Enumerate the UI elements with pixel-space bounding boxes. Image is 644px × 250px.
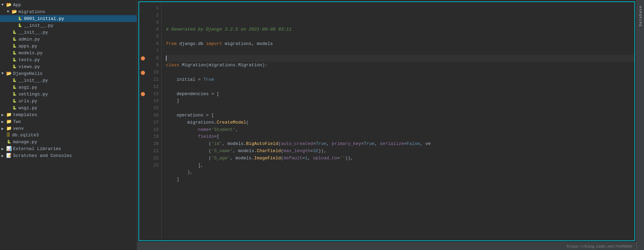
gutter-line-16: [139, 112, 147, 119]
sidebar-item-migrations-folder[interactable]: 📂migrations: [0, 8, 137, 15]
code-content[interactable]: # Generated by Django 3.2.5 on 2021-08-0…: [162, 2, 634, 240]
code-line-7: [166, 69, 634, 76]
sidebar-item-init-py[interactable]: 🐍__init__.py: [0, 29, 137, 36]
sidebar-item-views-py[interactable]: 🐍views.py: [0, 63, 137, 70]
gutter-line-9: [139, 62, 147, 69]
sidebar-item-urls-py[interactable]: 🐍urls.py: [0, 98, 137, 104]
line-number-18: 18: [149, 126, 159, 134]
code-line-5: [166, 55, 634, 62]
code-line-1: # Generated by Django 3.2.5 on 2021-08-0…: [166, 26, 634, 33]
gutter-line-18: [139, 126, 147, 134]
line-number-19: 19: [149, 133, 159, 140]
tree-item-label: migrations: [19, 9, 45, 14]
arrow-closed[interactable]: [1, 113, 6, 117]
arrow-closed[interactable]: [1, 120, 6, 124]
line-number-9: 9: [149, 62, 159, 69]
code-line-9: [166, 83, 634, 91]
breakpoint-gutter: [139, 2, 147, 240]
code-line-20: ],: [166, 162, 634, 169]
tree-item-label: Scratches and Consoles: [13, 153, 72, 158]
arrow-open[interactable]: [7, 10, 12, 14]
code-editor[interactable]: 1234567891011121314151617181920212223 # …: [138, 1, 635, 241]
sidebar-item-apps-py[interactable]: 🐍apps.py: [0, 43, 137, 49]
code-line-4: [166, 48, 634, 55]
code-line-18: ('S_name', models.CharField(max_length=3…: [166, 148, 634, 155]
gutter-line-15: [139, 105, 147, 112]
right-panel: Database: [636, 0, 644, 250]
line-number-1: 1: [149, 5, 159, 12]
tree-item-label: apps.py: [19, 44, 37, 49]
tree-item-label: __init__.py: [19, 78, 48, 83]
gutter-line-6: [139, 41, 147, 48]
code-line-22: ]: [166, 176, 634, 183]
line-number-16: 16: [149, 112, 159, 119]
arrow-closed[interactable]: [1, 126, 6, 131]
sidebar-item-two-folder[interactable]: 📁Two: [0, 118, 137, 125]
code-line-10: dependencies = [: [166, 91, 634, 98]
tree-item-label: wsgi.py: [19, 105, 37, 111]
gutter-line-12: [139, 83, 147, 91]
line-number-20: 20: [149, 140, 159, 148]
sidebar-item-templates-folder[interactable]: 📁templates: [0, 111, 137, 118]
code-line-2: [166, 33, 634, 41]
sidebar-item-wsgi-py[interactable]: 🐍wsgi.py: [0, 104, 137, 111]
gutter-line-14: [139, 98, 147, 105]
arrow-open[interactable]: [1, 71, 6, 76]
tree-item-label: 0001_initial.py: [24, 16, 64, 21]
code-line-12: [166, 105, 634, 112]
line-number-6: 6: [149, 41, 159, 48]
arrow-closed[interactable]: [1, 147, 6, 151]
gutter-line-23: [139, 162, 147, 169]
file-tree: 📂App📂migrations🐍0001_initial.py🐍__init__…: [0, 0, 137, 250]
sidebar-item-venv-folder[interactable]: 📁venv: [0, 125, 137, 132]
tree-item-label: DjangoHello: [13, 71, 42, 76]
sidebar-item-tests-py[interactable]: 🐍tests.py: [0, 56, 137, 63]
line-number-8: 8: [149, 55, 159, 62]
code-line-11: ]: [166, 98, 634, 105]
gutter-line-17: [139, 119, 147, 126]
sidebar-item-external-libs[interactable]: 📊External Libraries: [0, 145, 137, 152]
tree-item-label: admin.py: [19, 37, 40, 42]
gutter-line-3: [139, 19, 147, 26]
breakpoint-10[interactable]: [141, 71, 145, 75]
code-line-13: operations = [: [166, 112, 634, 119]
sidebar-item-djangohello-folder[interactable]: 📂DjangoHello: [0, 70, 137, 77]
database-panel-label[interactable]: Database: [638, 3, 643, 29]
tree-item-label: manage.py: [13, 139, 37, 145]
sidebar-item-db-sqlite[interactable]: 🗄db.sqlite3: [0, 132, 137, 138]
line-number-3: 3: [149, 19, 159, 26]
status-url: https://blog.csdn.net/FUTEROX: [567, 245, 632, 249]
gutter-line-21: [139, 148, 147, 155]
code-line-16: fields=[: [166, 133, 634, 140]
breakpoint-13[interactable]: [141, 92, 145, 96]
arrow-closed[interactable]: [1, 154, 6, 158]
sidebar-item-admin-py[interactable]: 🐍admin.py: [0, 36, 137, 43]
sidebar-item-scratches[interactable]: 📝Scratches and Consoles: [0, 152, 137, 159]
sidebar-item-asgi-py[interactable]: 🐍asgi.py: [0, 84, 137, 91]
sidebar-item-init-py-mig[interactable]: 🐍__init__.py: [0, 22, 137, 29]
sidebar-item-app-folder[interactable]: 📂App: [0, 1, 137, 8]
code-line-23: [166, 183, 634, 191]
tree-item-label: views.py: [19, 64, 40, 69]
line-number-12: 12: [149, 83, 159, 91]
gutter-line-1: [139, 5, 147, 12]
code-line-8: initial = True: [166, 76, 634, 83]
sidebar-item-manage-py[interactable]: 🐍manage.py: [0, 138, 137, 145]
tree-item-label: Two: [13, 119, 21, 124]
tree-item-label: __init__.py: [24, 23, 53, 28]
line-number-23: 23: [149, 162, 159, 169]
gutter-line-22: [139, 155, 147, 162]
line-numbers: 1234567891011121314151617181920212223: [147, 2, 162, 240]
sidebar-item-0001-initial[interactable]: 🐍0001_initial.py: [0, 15, 137, 22]
sidebar-item-models-py[interactable]: 🐍models.py: [0, 49, 137, 56]
sidebar-item-settings-py[interactable]: 🐍settings.py: [0, 91, 137, 98]
code-line-14: migrations.CreateModel(: [166, 119, 634, 126]
line-number-15: 15: [149, 105, 159, 112]
tree-item-label: venv: [13, 126, 24, 131]
tree-item-label: urls.py: [19, 99, 37, 104]
sidebar-item-init-py-dj[interactable]: 🐍__init__.py: [0, 77, 137, 84]
status-bar: https://blog.csdn.net/FUTEROX: [137, 242, 636, 250]
breakpoint-8[interactable]: [141, 56, 145, 60]
arrow-open[interactable]: [1, 3, 6, 7]
editor-main: ✓ 1234567891011121314151617181920212223 …: [137, 0, 636, 250]
